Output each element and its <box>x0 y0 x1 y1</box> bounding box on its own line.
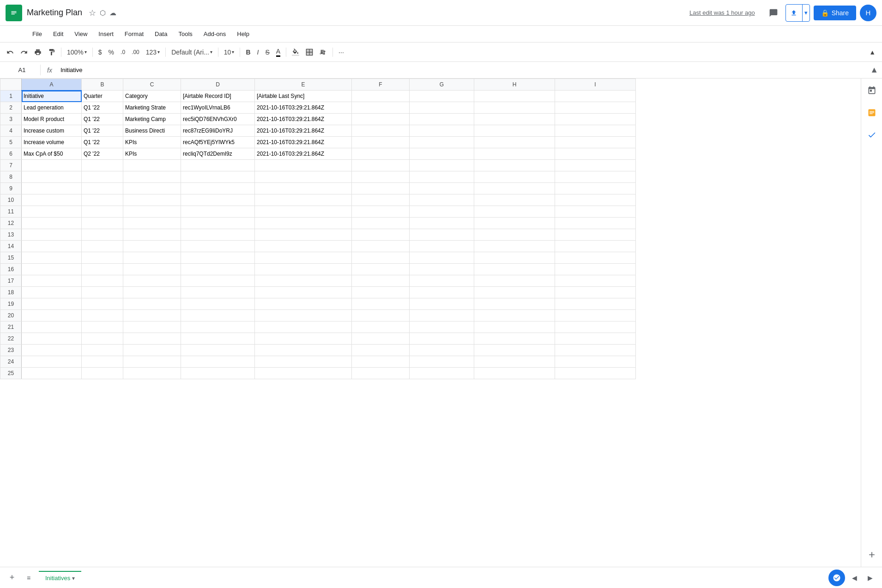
cell-A13[interactable] <box>22 229 82 241</box>
cell-C10[interactable] <box>123 194 181 206</box>
cell-E9[interactable] <box>255 183 352 194</box>
merge-cells-button[interactable] <box>317 47 330 58</box>
cell-G12[interactable] <box>410 218 474 229</box>
cell-E19[interactable] <box>255 298 352 310</box>
cell-C13[interactable] <box>123 229 181 241</box>
cell-A14[interactable] <box>22 241 82 252</box>
cell-E21[interactable] <box>255 321 352 333</box>
cell-I16[interactable] <box>555 264 636 275</box>
cell-E13[interactable] <box>255 229 352 241</box>
menu-addons[interactable]: Add-ons <box>199 29 230 39</box>
cell-A3[interactable]: Model R product <box>22 114 82 125</box>
cell-F1[interactable] <box>352 91 410 102</box>
cell-G15[interactable] <box>410 252 474 264</box>
cell-A16[interactable] <box>22 264 82 275</box>
cell-I5[interactable] <box>555 137 636 148</box>
cell-D21[interactable] <box>181 321 255 333</box>
cell-D2[interactable]: rec1WyoILVrnaLB6 <box>181 102 255 114</box>
cell-H2[interactable] <box>474 102 555 114</box>
menu-help[interactable]: Help <box>232 29 254 39</box>
cell-A23[interactable] <box>22 345 82 356</box>
cell-A4[interactable]: Increase custom <box>22 125 82 137</box>
undo-button[interactable] <box>4 47 17 58</box>
cell-reference-input[interactable] <box>4 65 41 75</box>
cell-H15[interactable] <box>474 252 555 264</box>
cell-I4[interactable] <box>555 125 636 137</box>
cell-A5[interactable]: Increase volume <box>22 137 82 148</box>
cell-I11[interactable] <box>555 206 636 218</box>
font-selector[interactable]: Default (Ari... ▾ <box>169 47 215 58</box>
cell-D7[interactable] <box>181 160 255 171</box>
cell-I14[interactable] <box>555 241 636 252</box>
cell-B13[interactable] <box>82 229 123 241</box>
cell-H18[interactable] <box>474 287 555 298</box>
cell-F17[interactable] <box>352 275 410 287</box>
cell-E17[interactable] <box>255 275 352 287</box>
cell-D10[interactable] <box>181 194 255 206</box>
cell-B5[interactable]: Q1 '22 <box>82 137 123 148</box>
cell-E24[interactable] <box>255 356 352 368</box>
cell-A2[interactable]: Lead generation <box>22 102 82 114</box>
cell-I24[interactable] <box>555 356 636 368</box>
menu-format[interactable]: Format <box>120 29 148 39</box>
cell-E16[interactable] <box>255 264 352 275</box>
cell-B4[interactable]: Q1 '22 <box>82 125 123 137</box>
cell-F15[interactable] <box>352 252 410 264</box>
cell-G21[interactable] <box>410 321 474 333</box>
cell-B2[interactable]: Q1 '22 <box>82 102 123 114</box>
cell-G19[interactable] <box>410 298 474 310</box>
cell-H19[interactable] <box>474 298 555 310</box>
cell-D5[interactable]: recAQf5YEj5YlWYk5 <box>181 137 255 148</box>
cell-F21[interactable] <box>352 321 410 333</box>
cell-G20[interactable] <box>410 310 474 321</box>
cell-C19[interactable] <box>123 298 181 310</box>
cell-C18[interactable] <box>123 287 181 298</box>
menu-tools[interactable]: Tools <box>174 29 197 39</box>
cell-B17[interactable] <box>82 275 123 287</box>
cell-A17[interactable] <box>22 275 82 287</box>
cell-G7[interactable] <box>410 160 474 171</box>
cell-H4[interactable] <box>474 125 555 137</box>
bold-button[interactable]: B <box>243 47 253 58</box>
sheets-menu-button[interactable]: ≡ <box>22 571 35 584</box>
cell-I6[interactable] <box>555 148 636 160</box>
tasks-sidebar-icon[interactable] <box>864 127 880 143</box>
cell-D18[interactable] <box>181 287 255 298</box>
cell-I25[interactable] <box>555 368 636 379</box>
cell-I8[interactable] <box>555 171 636 183</box>
cell-A25[interactable] <box>22 368 82 379</box>
cell-H21[interactable] <box>474 321 555 333</box>
decimal-more-button[interactable]: .00 <box>129 47 142 57</box>
cell-B11[interactable] <box>82 206 123 218</box>
cell-G10[interactable] <box>410 194 474 206</box>
cell-B20[interactable] <box>82 310 123 321</box>
cell-D20[interactable] <box>181 310 255 321</box>
cell-F20[interactable] <box>352 310 410 321</box>
cell-G4[interactable] <box>410 125 474 137</box>
col-header-d[interactable]: D <box>181 79 255 91</box>
cell-D17[interactable] <box>181 275 255 287</box>
cell-I3[interactable] <box>555 114 636 125</box>
cell-G3[interactable] <box>410 114 474 125</box>
strikethrough-button[interactable]: S <box>262 47 272 58</box>
cell-C23[interactable] <box>123 345 181 356</box>
cell-E8[interactable] <box>255 171 352 183</box>
cell-F5[interactable] <box>352 137 410 148</box>
user-avatar[interactable]: H <box>860 5 876 21</box>
cell-C4[interactable]: Business Directi <box>123 125 181 137</box>
cell-E18[interactable] <box>255 287 352 298</box>
cell-D14[interactable] <box>181 241 255 252</box>
cell-A22[interactable] <box>22 333 82 345</box>
cell-I9[interactable] <box>555 183 636 194</box>
cell-C3[interactable]: Marketing Camp <box>123 114 181 125</box>
currency-button[interactable]: $ <box>96 47 105 58</box>
cell-B1[interactable]: Quarter <box>82 91 123 102</box>
cell-F25[interactable] <box>352 368 410 379</box>
cell-B9[interactable] <box>82 183 123 194</box>
cell-I1[interactable] <box>555 91 636 102</box>
cell-C11[interactable] <box>123 206 181 218</box>
cell-C14[interactable] <box>123 241 181 252</box>
menu-edit[interactable]: Edit <box>48 29 68 39</box>
cell-A6[interactable]: Max CpA of $50 <box>22 148 82 160</box>
cell-I2[interactable] <box>555 102 636 114</box>
